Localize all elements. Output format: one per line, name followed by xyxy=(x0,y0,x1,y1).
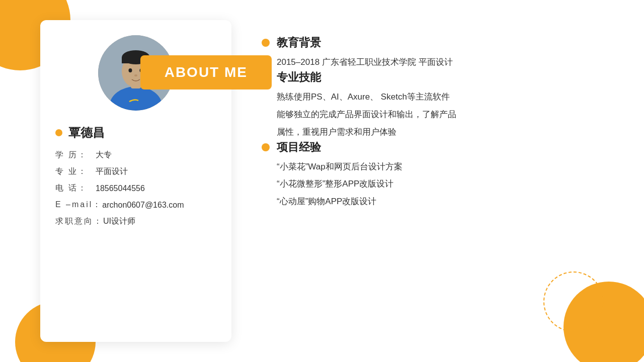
email-label: E –mail： xyxy=(55,200,102,210)
section-line-1-0: 熟练使用PS、AI、Axure、 Sketch等主流软件 xyxy=(277,90,614,105)
avatar-section: ABOUT ME xyxy=(40,20,231,111)
name-section: 覃德昌 xyxy=(40,111,120,141)
job-label: 求职意向： xyxy=(55,216,103,227)
profile-name: 覃德昌 xyxy=(68,125,105,141)
email-row: E –mail： archon0607@163.com xyxy=(55,200,184,210)
section-header-skills: 专业技能 xyxy=(262,70,614,85)
phone-value: 18565044556 xyxy=(96,184,145,193)
svg-point-9 xyxy=(134,74,137,76)
svg-point-7 xyxy=(129,68,132,72)
section-title-skills: 专业技能 xyxy=(277,70,321,85)
section-line-1-2: 属性，重视用户需求和用户体验 xyxy=(277,125,614,140)
section-title-projects: 项目经验 xyxy=(277,140,321,155)
education-value: 大专 xyxy=(96,150,112,160)
section-line-0-0: 2015–2018 广东省轻工职业技术学院 平面设计 xyxy=(277,55,614,70)
right-content: 教育背景2015–2018 广东省轻工职业技术学院 平面设计专业技能熟练使用PS… xyxy=(262,20,614,342)
section-content-skills: 熟练使用PS、AI、Axure、 Sketch等主流软件能够独立的完成产品界面设… xyxy=(262,90,614,140)
section-education_bg: 教育背景2015–2018 广东省轻工职业技术学院 平面设计 xyxy=(262,35,614,70)
major-value: 平面设计 xyxy=(96,166,128,177)
major-row: 专 业： 平面设计 xyxy=(55,166,184,177)
email-value: archon0607@163.com xyxy=(102,201,184,210)
section-projects: 项目经验“小菜花”Wap和网页后台设计方案“小花微整形”整形APP改版设计“心动… xyxy=(262,140,614,210)
section-skills: 专业技能熟练使用PS、AI、Axure、 Sketch等主流软件能够独立的完成产… xyxy=(262,70,614,140)
section-content-education_bg: 2015–2018 广东省轻工职业技术学院 平面设计 xyxy=(262,55,614,70)
section-content-projects: “小菜花”Wap和网页后台设计方案“小花微整形”整形APP改版设计“心动屋”购物… xyxy=(262,160,614,210)
section-bullet-projects xyxy=(262,143,270,151)
section-line-1-1: 能够独立的完成产品界面设计和输出，了解产品 xyxy=(277,108,614,122)
section-line-2-2: “心动屋”购物APP改版设计 xyxy=(277,195,614,209)
section-header-projects: 项目经验 xyxy=(262,140,614,155)
section-line-2-0: “小菜花”Wap和网页后台设计方案 xyxy=(277,160,614,174)
section-bullet-education_bg xyxy=(262,39,270,47)
section-title-education_bg: 教育背景 xyxy=(277,35,321,50)
section-line-2-1: “小花微整形”整形APP改版设计 xyxy=(277,177,614,192)
major-label: 专 业： xyxy=(55,166,96,177)
section-header-education_bg: 教育背景 xyxy=(262,35,614,50)
main-container: ABOUT ME 覃德昌 学 历： 大专 专 业： 平面设计 电 话： 1856… xyxy=(0,0,644,362)
job-row: 求职意向： UI设计师 xyxy=(55,216,184,227)
name-bullet xyxy=(55,129,62,136)
education-row: 学 历： 大专 xyxy=(55,150,184,160)
about-me-button: ABOUT ME xyxy=(140,55,272,89)
info-section: 学 历： 大专 专 业： 平面设计 电 话： 18565044556 E –ma… xyxy=(40,141,199,227)
education-label: 学 历： xyxy=(55,150,96,160)
section-bullet-skills xyxy=(262,73,270,81)
profile-card: ABOUT ME 覃德昌 学 历： 大专 专 业： 平面设计 电 话： 1856… xyxy=(40,20,231,342)
about-me-label: ABOUT ME xyxy=(165,64,248,80)
job-value: UI设计师 xyxy=(103,216,135,227)
phone-row: 电 话： 18565044556 xyxy=(55,183,184,194)
sections-container: 教育背景2015–2018 广东省轻工职业技术学院 平面设计专业技能熟练使用PS… xyxy=(262,35,614,209)
phone-label: 电 话： xyxy=(55,183,96,194)
